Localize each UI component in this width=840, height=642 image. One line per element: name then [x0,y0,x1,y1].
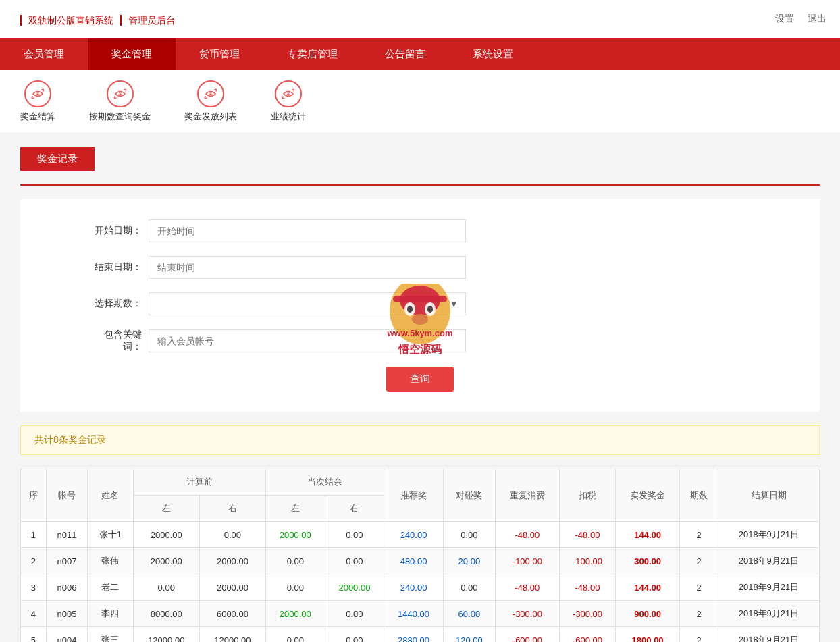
notice-box: 共计8条奖金记录 [20,425,820,455]
cell-current-left: 2000.00 [266,601,325,627]
th-name: 姓名 [88,469,134,522]
nav-notice[interactable]: 公告留言 [361,38,449,70]
header-brand: 双轨制公版直销系统管理员后台 [14,10,176,28]
cell-before-right: 6000.00 [199,601,265,627]
performance-icon: ¥ [275,80,302,107]
cell-actual: 144.00 [616,574,680,601]
cell-name: 李四 [88,601,134,627]
cell-collision: 120.00 [443,627,495,643]
cell-current-right: 0.00 [325,627,384,643]
section-header: 奖金记录 [20,147,820,186]
cell-recommend: 2880.00 [384,627,444,643]
cell-current-left: 2000.00 [266,522,325,548]
table-row: 2 n007 张伟 2000.00 2000.00 0.00 0.00 480.… [21,548,820,574]
cell-name: 张三 [88,627,134,643]
period-dropdown-arrow[interactable]: ▼ [442,293,465,315]
th-before-left: 左 [133,496,199,522]
cell-actual: 300.00 [616,548,680,574]
cell-account: n011 [46,522,87,548]
cell-repeat: -100.00 [495,548,559,574]
cell-account: n004 [46,627,87,643]
content-area: 奖金记录 开始日期： 结束日期： 选择期数： 2 ▼ 包含关键词： 查询 共计8… [0,134,840,642]
bonus-list-icon: ¥ [197,80,224,107]
period-input[interactable]: 2 [149,293,442,315]
cell-actual: 144.00 [616,522,680,548]
cell-actual: 1800.00 [616,627,680,643]
notice-text: 共计8条奖金记录 [34,434,106,445]
svg-text:¥: ¥ [286,90,291,98]
subnav-bonus-calc-label: 奖金结算 [20,111,55,123]
period-row: 选择期数： 2 ▼ [88,292,752,315]
logout-link[interactable]: 退出 [808,13,826,25]
th-collision: 对碰奖 [443,469,495,522]
cell-date: 2018年9月21日 [718,627,820,643]
cell-date: 2018年9月21日 [718,522,820,548]
end-date-input[interactable] [149,256,466,279]
cell-recommend: 240.00 [384,522,444,548]
cell-before-right: 0.00 [199,522,265,548]
cell-before-left: 12000.00 [133,627,199,643]
section-title: 奖金记录 [20,147,95,171]
nav-settings[interactable]: 系统设置 [449,38,537,70]
cell-current-left: 0.00 [266,574,325,601]
cell-account: n006 [46,574,87,601]
cell-current-left: 0.00 [266,548,325,574]
cell-name: 张伟 [88,548,134,574]
th-account: 帐号 [46,469,87,522]
table-row: 1 n011 张十1 2000.00 0.00 2000.00 0.00 240… [21,522,820,548]
period-label: 选择期数： [88,298,142,310]
end-date-label: 结束日期： [88,261,142,273]
cell-seq: 3 [21,574,47,601]
keyword-row: 包含关键词： [88,329,752,353]
bonus-calc-icon: ¥ [24,80,51,107]
cell-collision: 0.00 [443,574,495,601]
nav-member[interactable]: 会员管理 [0,38,88,70]
nav-bonus[interactable]: 奖金管理 [88,38,176,70]
subnav-bonus-list[interactable]: ¥ 奖金发放列表 [184,80,237,123]
start-date-input[interactable] [149,219,466,242]
start-date-row: 开始日期： [88,219,752,242]
nav-currency[interactable]: 货币管理 [176,38,263,70]
cell-repeat: -600.00 [495,627,559,643]
nav-shop[interactable]: 专卖店管理 [263,38,361,70]
cell-period: 2 [680,627,718,643]
cell-before-right: 2000.00 [199,574,265,601]
cell-before-left: 2000.00 [133,522,199,548]
cell-repeat: -48.00 [495,574,559,601]
th-before-right: 右 [199,496,265,522]
header-actions: 设置 退出 [775,13,826,25]
query-button[interactable]: 查询 [386,367,454,392]
cell-collision: 20.00 [443,548,495,574]
app-title: 双轨制公版直销系统管理员后台 [14,10,176,27]
cell-current-right: 2000.00 [325,574,384,601]
title-text: 双轨制公版直销系统 [20,15,113,26]
cell-account: n005 [46,601,87,627]
th-period: 期数 [680,469,718,522]
cell-seq: 2 [21,548,47,574]
subnav-bonus-calc[interactable]: ¥ 奖金结算 [20,80,55,123]
cell-date: 2018年9月21日 [718,548,820,574]
bonus-query-icon: ¥ [107,80,134,107]
subnav-performance[interactable]: ¥ 业绩统计 [271,80,306,123]
header: 双轨制公版直销系统管理员后台 设置 退出 [0,0,840,38]
th-before-group: 计算前 [133,469,265,496]
th-current-group: 当次结余 [266,469,384,496]
cell-collision: 0.00 [443,522,495,548]
settings-link[interactable]: 设置 [775,13,794,25]
subnav-bonus-query[interactable]: ¥ 按期数查询奖金 [89,80,151,123]
cell-seq: 1 [21,522,47,548]
cell-period: 2 [680,548,718,574]
query-button-row: 查询 [88,367,752,392]
th-recommend: 推荐奖 [384,469,444,522]
cell-tax: -48.00 [559,574,615,601]
subtitle-text: 管理员后台 [120,15,176,26]
data-table: 序 帐号 姓名 计算前 当次结余 推荐奖 对碰奖 重复消费 扣税 实发奖金 期数… [20,469,820,642]
sub-nav: ¥ 奖金结算 ¥ 按期数查询奖金 ¥ 奖金发放列表 [0,70,840,134]
cell-period: 2 [680,574,718,601]
subnav-bonus-query-label: 按期数查询奖金 [89,111,151,123]
keyword-input[interactable] [149,329,466,352]
cell-current-right: 0.00 [325,548,384,574]
cell-period: 2 [680,601,718,627]
cell-seq: 4 [21,601,47,627]
th-date: 结算日期 [718,469,820,522]
